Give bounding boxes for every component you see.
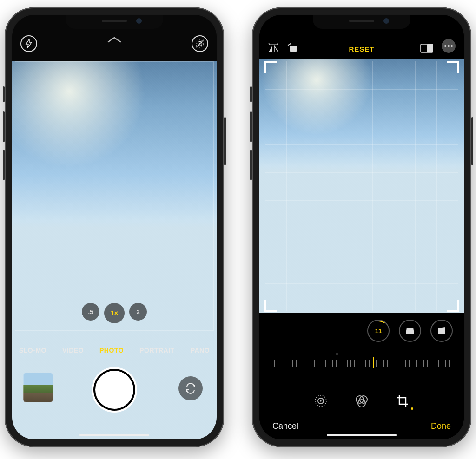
rotation-tools: 11 bbox=[367, 320, 453, 342]
tab-adjust-icon[interactable] bbox=[314, 394, 328, 408]
done-button[interactable]: Done bbox=[431, 421, 451, 431]
side-button bbox=[250, 150, 252, 180]
zoom-option-1[interactable]: 1× bbox=[104, 303, 125, 323]
side-button bbox=[250, 86, 252, 102]
side-button bbox=[3, 111, 5, 142]
chevron-up-icon[interactable] bbox=[107, 36, 121, 43]
more-button[interactable] bbox=[442, 39, 456, 53]
zoom-option-2[interactable]: 2 bbox=[129, 303, 147, 321]
zoom-option-0[interactable]: .5 bbox=[82, 303, 99, 321]
phone-camera: .5 1× 2 SLO-MO VIDEO PHOTO PORTRAIT PANO bbox=[5, 7, 224, 447]
svg-point-8 bbox=[448, 45, 450, 47]
flip-camera-button[interactable] bbox=[178, 376, 203, 400]
photo bbox=[259, 59, 464, 313]
svg-point-12 bbox=[320, 400, 321, 401]
rotate-icon[interactable] bbox=[287, 43, 298, 53]
svg-line-3 bbox=[196, 40, 204, 47]
edit-canvas[interactable] bbox=[259, 59, 464, 313]
mode-photo[interactable]: PHOTO bbox=[99, 347, 124, 354]
home-indicator[interactable] bbox=[327, 434, 397, 436]
vertical-perspective-button[interactable] bbox=[399, 320, 421, 342]
reset-button[interactable]: RESET bbox=[349, 45, 374, 53]
edit-bottom-bar: 11 bbox=[259, 313, 464, 439]
mode-pano[interactable]: PANO bbox=[191, 347, 210, 354]
action-row: Cancel Done bbox=[259, 421, 464, 431]
side-button bbox=[250, 111, 252, 142]
aspect-ratio-icon[interactable] bbox=[420, 44, 433, 53]
cancel-button[interactable]: Cancel bbox=[272, 421, 298, 431]
flash-icon[interactable] bbox=[20, 35, 37, 52]
edit-tabs bbox=[259, 394, 464, 408]
flip-horizontal-icon[interactable] bbox=[268, 43, 279, 53]
shutter-button[interactable] bbox=[95, 371, 133, 409]
straighten-button[interactable]: 11 bbox=[367, 320, 390, 342]
svg-point-9 bbox=[451, 45, 453, 47]
home-indicator[interactable] bbox=[79, 434, 149, 436]
live-photo-off-icon[interactable] bbox=[192, 35, 208, 52]
phone-edit: RESET bbox=[252, 7, 471, 447]
svg-rect-4 bbox=[290, 46, 297, 52]
side-button bbox=[471, 117, 473, 165]
side-button bbox=[224, 117, 226, 165]
svg-point-7 bbox=[444, 45, 446, 47]
mode-slomo[interactable]: SLO-MO bbox=[19, 347, 46, 354]
tab-filters-icon[interactable] bbox=[355, 394, 369, 408]
horizontal-perspective-button[interactable] bbox=[430, 320, 453, 342]
last-photo-thumbnail[interactable] bbox=[23, 373, 53, 402]
notch bbox=[313, 15, 410, 29]
side-button bbox=[3, 150, 5, 180]
side-button bbox=[3, 86, 5, 102]
mode-video[interactable]: VIDEO bbox=[62, 347, 84, 354]
svg-rect-6 bbox=[427, 44, 433, 52]
zoom-selector: .5 1× 2 bbox=[82, 303, 147, 323]
mode-portrait[interactable]: PORTRAIT bbox=[139, 347, 175, 354]
tab-crop-icon[interactable] bbox=[396, 394, 410, 408]
camera-bottom-bar bbox=[12, 351, 217, 439]
notch bbox=[66, 15, 163, 29]
straighten-value: 11 bbox=[375, 328, 382, 334]
mode-selector[interactable]: SLO-MO VIDEO PHOTO PORTRAIT PANO bbox=[12, 347, 217, 354]
degree-scale[interactable] bbox=[271, 353, 453, 372]
